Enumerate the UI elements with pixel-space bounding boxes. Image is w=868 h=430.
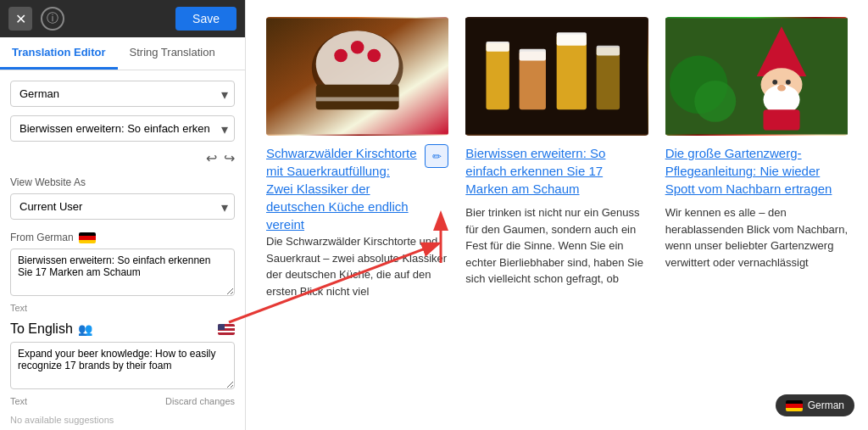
save-button[interactable]: Save xyxy=(175,7,236,31)
svg-point-22 xyxy=(772,80,777,85)
right-panel: Schwarzwälder Kirschtorte mit Sauerkraut… xyxy=(246,0,868,430)
us-flag-icon xyxy=(218,324,235,335)
svg-point-3 xyxy=(334,49,348,63)
next-arrow[interactable]: ↪ xyxy=(224,150,235,166)
svg-point-5 xyxy=(367,49,381,63)
article-title-gnome[interactable]: Die große Gartenzwerg-Pflegeanleitung: N… xyxy=(665,144,848,198)
string-select[interactable]: Bierwissen erweitern: So einfach erkenne… xyxy=(10,115,235,142)
svg-rect-7 xyxy=(316,97,399,101)
tabs-bar: Translation Editor String Translation xyxy=(0,37,245,70)
svg-rect-9 xyxy=(487,43,509,109)
from-german-textarea[interactable]: Bierwissen erweitern: So einfach erkenne… xyxy=(10,249,235,296)
article-image-gnome xyxy=(665,17,848,136)
view-website-as-label: View Website As xyxy=(10,176,235,188)
language-select-wrapper[interactable]: German French Spanish xyxy=(10,81,235,107)
to-english-label: To English xyxy=(10,321,73,337)
tab-translation-editor[interactable]: Translation Editor xyxy=(0,37,118,70)
svg-rect-15 xyxy=(597,47,620,109)
article-image-beer xyxy=(465,17,648,136)
article-body-gnome: Wir kennen es alle – den herablassenden … xyxy=(665,204,848,271)
tab-string-translation[interactable]: String Translation xyxy=(118,37,227,70)
svg-rect-16 xyxy=(597,46,620,56)
prev-arrow[interactable]: ↩ xyxy=(206,150,217,166)
article-title-cake[interactable]: Schwarzwälder Kirschtorte mit Sauerkraut… xyxy=(266,146,417,232)
article-image-cake xyxy=(266,17,448,136)
to-english-header: To English 👥 xyxy=(10,321,235,337)
to-english-field-type: Text Discard changes xyxy=(10,396,235,406)
article-body-beer: Bier trinken ist nicht nur ein Genuss fü… xyxy=(465,204,648,288)
nav-arrows: ↩ ↪ xyxy=(10,150,235,166)
to-english-textarea[interactable]: Expand your beer knowledge: How to easil… xyxy=(10,342,235,389)
german-badge-flag xyxy=(786,400,803,411)
edit-icon-button-cake[interactable]: ✏ xyxy=(425,144,448,168)
no-suggestions-text: No available suggestions xyxy=(10,415,235,425)
article-title-wrapper-cake: Schwarzwälder Kirschtorte mit Sauerkraut… xyxy=(266,144,448,233)
svg-point-24 xyxy=(777,85,786,92)
people-icon: 👥 xyxy=(78,322,92,336)
german-badge-label: German xyxy=(808,399,844,411)
svg-rect-12 xyxy=(520,49,546,61)
view-as-select-wrapper[interactable]: Current User Administrator Guest xyxy=(10,193,235,220)
from-german-field-type: Text xyxy=(10,303,235,313)
panel-body: German French Spanish Bierwissen erweite… xyxy=(0,70,245,430)
articles-grid: Schwarzwälder Kirschtorte mit Sauerkraut… xyxy=(266,17,848,299)
svg-point-4 xyxy=(351,41,364,54)
article-card-gnome: Die große Gartenzwerg-Pflegeanleitung: N… xyxy=(665,17,848,299)
language-select[interactable]: German French Spanish xyxy=(10,81,235,107)
svg-point-23 xyxy=(786,80,791,85)
discard-changes-button[interactable]: Discard changes xyxy=(165,396,235,406)
article-card-beer: Bierwissen erweitern: So einfach erkenne… xyxy=(465,17,648,299)
svg-rect-10 xyxy=(487,42,509,52)
top-bar: ✕ ⓘ Save xyxy=(0,0,245,37)
string-select-wrapper[interactable]: Bierwissen erweitern: So einfach erkenne… xyxy=(10,115,235,142)
view-as-select[interactable]: Current User Administrator Guest xyxy=(10,193,235,220)
close-button[interactable]: ✕ xyxy=(8,7,32,31)
svg-rect-21 xyxy=(763,109,799,130)
german-badge: German xyxy=(776,394,854,416)
svg-point-26 xyxy=(694,81,736,122)
svg-rect-13 xyxy=(557,35,587,109)
svg-rect-14 xyxy=(557,32,587,46)
article-card-cake: Schwarzwälder Kirschtorte mit Sauerkraut… xyxy=(266,17,448,299)
german-flag-icon xyxy=(79,232,96,243)
left-panel: ✕ ⓘ Save Translation Editor String Trans… xyxy=(0,0,246,430)
info-button[interactable]: ⓘ xyxy=(41,7,64,31)
article-body-cake: Die Schwarzwälder Kirschtorte und Sauerk… xyxy=(266,233,448,299)
article-title-beer[interactable]: Bierwissen erweitern: So einfach erkenne… xyxy=(465,144,648,198)
from-german-label: From German xyxy=(10,232,235,243)
